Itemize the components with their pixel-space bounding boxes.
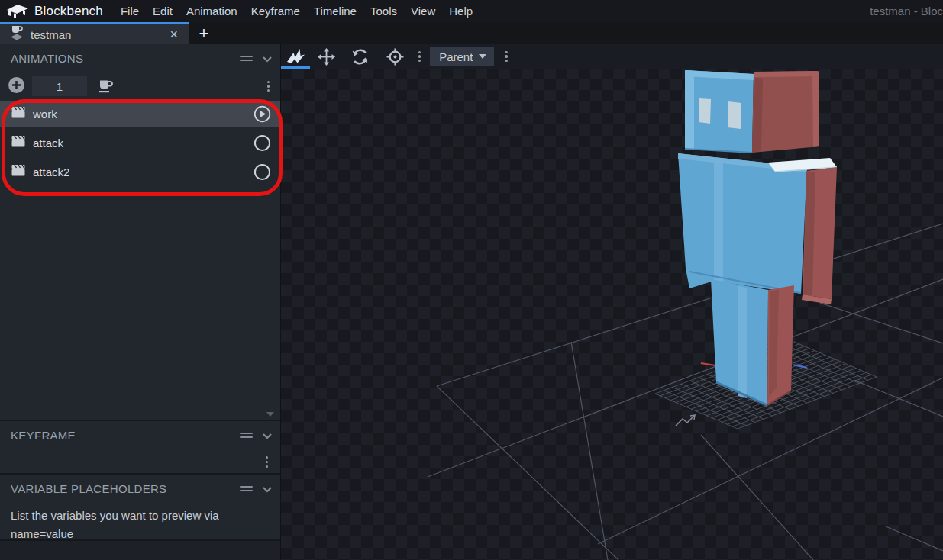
new-tab-button[interactable]: +	[192, 22, 215, 44]
keyframe-panel: KEYFRAME	[0, 420, 280, 473]
clapperboard-icon	[11, 105, 26, 123]
pivot-tool-button[interactable]	[380, 44, 409, 69]
blockbench-logo-icon	[6, 3, 29, 20]
panel-drag-handle-icon[interactable]	[240, 433, 253, 439]
caret-down-icon	[479, 54, 486, 59]
transform-tool-icon	[285, 47, 306, 66]
menu-item-edit[interactable]: Edit	[146, 5, 179, 18]
rotate-tool-icon	[350, 47, 370, 66]
add-animation-button[interactable]	[8, 76, 25, 97]
panel-drag-handle-icon[interactable]	[240, 486, 253, 492]
animation-list: workattackattack2	[0, 101, 280, 185]
3d-viewport[interactable]: Parent	[281, 44, 943, 560]
rotate-tool-button[interactable]	[345, 44, 374, 69]
panel-drag-handle-icon[interactable]	[240, 56, 253, 62]
animations-panel-title: ANIMATIONS	[11, 52, 83, 65]
menu-item-file[interactable]: File	[114, 5, 146, 18]
animation-row-attack2[interactable]: attack2	[0, 159, 280, 185]
app-name: Blockbench	[34, 4, 103, 19]
window-title: testman - Bloc	[870, 5, 943, 18]
variable-placeholders-panel: VARIABLE PLACEHOLDERS List the variables…	[0, 473, 280, 539]
move-tool-button[interactable]	[312, 44, 341, 69]
model-eye	[728, 101, 741, 129]
toolbar-menu-icon[interactable]	[502, 48, 510, 66]
menu-item-view[interactable]: View	[404, 5, 442, 18]
play-state-circle[interactable]	[254, 163, 271, 181]
java-cup-icon[interactable]	[96, 77, 115, 95]
tab-label: testman	[31, 28, 71, 41]
clapperboard-icon	[11, 163, 26, 181]
title-bar: Blockbench FileEditAnimationKeyframeTime…	[0, 0, 943, 22]
animations-toolbar	[0, 72, 280, 100]
scene-canvas	[281, 44, 943, 560]
animations-menu-icon[interactable]	[264, 78, 273, 95]
menu-item-animation[interactable]: Animation	[179, 5, 244, 18]
menu-item-timeline[interactable]: Timeline	[307, 5, 363, 18]
parent-space-dropdown[interactable]: Parent	[430, 47, 494, 66]
keyframe-panel-title: KEYFRAME	[11, 429, 76, 442]
move-tool-icon	[317, 47, 336, 66]
pivot-tool-icon	[386, 47, 405, 66]
viewport-toolbar: Parent	[281, 44, 943, 69]
keyframe-panel-header: KEYFRAME	[0, 421, 280, 449]
clapperboard-icon	[11, 134, 26, 152]
chevron-down-icon[interactable]	[262, 482, 273, 496]
north-marker	[676, 415, 695, 426]
keyframe-menu-icon[interactable]	[263, 453, 271, 471]
animation-name: attack	[33, 137, 63, 150]
character-model[interactable]	[678, 70, 837, 405]
animation-row-work[interactable]: work	[0, 101, 280, 127]
menu-item-tools[interactable]: Tools	[363, 5, 404, 18]
play-button[interactable]	[254, 105, 271, 123]
menu-item-help[interactable]: Help	[442, 5, 480, 18]
sidebar: ANIMATIONS workatt	[0, 44, 281, 560]
tab-testman[interactable]: testman ×	[0, 22, 189, 44]
chevron-down-icon[interactable]	[262, 52, 273, 66]
animations-panel-header: ANIMATIONS	[0, 44, 280, 72]
animations-panel: ANIMATIONS workatt	[0, 44, 280, 420]
tab-close-icon[interactable]: ×	[166, 27, 181, 41]
model-format-icon	[9, 24, 24, 44]
model-eye	[699, 98, 711, 124]
menu-item-keyframe[interactable]: Keyframe	[244, 5, 307, 18]
variable-placeholders-header: VARIABLE PLACEHOLDERS	[0, 475, 280, 503]
ground-grid	[428, 224, 943, 560]
transform-tool-button[interactable]	[281, 44, 310, 69]
play-state-circle[interactable]	[254, 134, 271, 152]
variable-placeholders-input[interactable]: List the variables you want to preview v…	[0, 503, 264, 543]
chevron-down-icon[interactable]	[262, 429, 273, 443]
animation-name: work	[33, 108, 57, 121]
menu-bar: FileEditAnimationKeyframeTimelineToolsVi…	[114, 5, 480, 18]
parent-space-label: Parent	[439, 50, 473, 63]
animation-row-attack[interactable]: attack	[0, 130, 280, 156]
animation-name: attack2	[33, 166, 69, 179]
animation-length-input[interactable]	[32, 76, 87, 96]
variable-placeholders-title: VARIABLE PLACEHOLDERS	[11, 482, 166, 495]
toolbar-menu-icon[interactable]	[415, 48, 424, 66]
tab-bar: testman × +	[0, 22, 943, 44]
scroll-down-icon[interactable]	[266, 412, 274, 417]
x-axis-line	[701, 363, 715, 365]
